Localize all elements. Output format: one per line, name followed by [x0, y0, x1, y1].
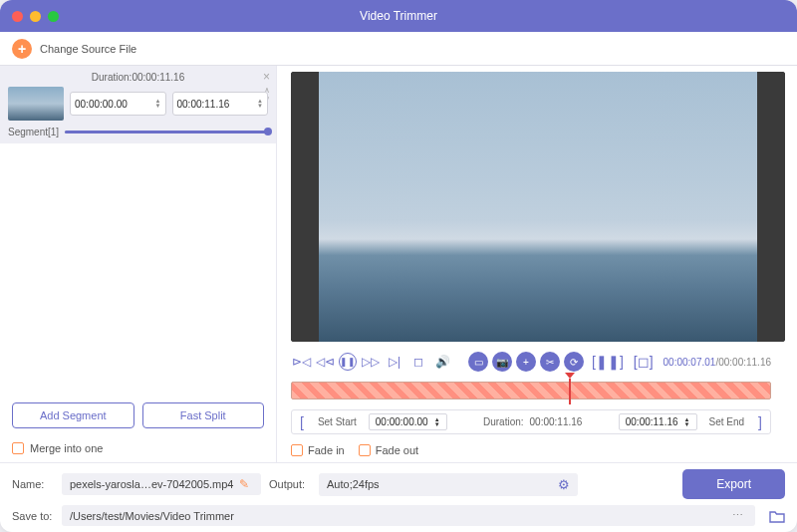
timeline-track[interactable]: [291, 382, 771, 399]
trim-controls: [ Set Start 00:00:00.00 ▲▼ Duration:00:0…: [291, 409, 771, 434]
output-format-field[interactable]: Auto;24fps ⚙: [319, 473, 578, 496]
playback-controls: ⊳◁ ◁⊲ ❚❚ ▷▷ ▷| ◻ 🔊 ▭ 📷 + ✂ ⟳ [❚❚] [◻] 00…: [277, 348, 785, 376]
export-button[interactable]: Export: [682, 469, 785, 499]
trim-end-input[interactable]: 00:00:11.16 ▲▼: [619, 413, 697, 430]
browse-icon[interactable]: ⋯: [728, 509, 747, 522]
main-area: × ∧∨ Duration:00:00:11.16 00:00:00.00 ▲▼…: [0, 66, 797, 462]
preview-panel: ⊳◁ ◁⊲ ❚❚ ▷▷ ▷| ◻ 🔊 ▭ 📷 + ✂ ⟳ [❚❚] [◻] 00…: [277, 66, 797, 462]
fade-out-checkbox[interactable]: [359, 444, 371, 456]
save-path-field[interactable]: /Users/test/Movies/Video Trimmer ⋯: [62, 505, 755, 526]
mark-in-icon[interactable]: [❚❚]: [592, 354, 624, 370]
playhead-icon[interactable]: [569, 379, 571, 404]
save-to-label: Save to:: [12, 510, 54, 522]
fast-split-button[interactable]: Fast Split: [142, 402, 265, 428]
pause-icon[interactable]: ❚❚: [339, 353, 357, 371]
segment-name: Segment[1]: [8, 127, 59, 137]
stepper-icon[interactable]: ▲▼: [155, 99, 161, 109]
output-label: Output:: [269, 478, 311, 490]
stop-icon[interactable]: ◻: [408, 352, 428, 372]
next-frame-icon[interactable]: ▷|: [385, 352, 404, 372]
add-segment-button[interactable]: Add Segment: [12, 402, 134, 428]
app-window: Video Trimmer + Change Source File × ∧∨ …: [0, 0, 797, 532]
trim-duration-value: 00:00:11.16: [530, 416, 583, 427]
snapshot-icon[interactable]: 📷: [492, 352, 512, 372]
titlebar: Video Trimmer: [0, 0, 797, 32]
close-icon[interactable]: ×: [263, 70, 270, 84]
time-display: 00:00:07.01/00:00:11.16: [664, 357, 771, 368]
segments-panel: × ∧∨ Duration:00:00:11.16 00:00:00.00 ▲▼…: [0, 66, 277, 462]
app-title: Video Trimmer: [360, 9, 437, 23]
segment-range-slider[interactable]: [65, 131, 268, 133]
bracket-open-icon: [: [298, 414, 306, 430]
fade-in-checkbox[interactable]: [291, 444, 303, 456]
bracket-close-icon: ]: [756, 414, 764, 430]
top-toolbar: + Change Source File: [0, 32, 797, 66]
merge-label: Merge into one: [30, 442, 103, 454]
segment-duration-label: Duration:: [92, 72, 133, 83]
aspect-ratio-icon[interactable]: ▭: [468, 352, 488, 372]
step-back-icon[interactable]: ◁⊲: [315, 352, 335, 372]
add-icon[interactable]: +: [516, 352, 536, 372]
fade-options: Fade in Fade out: [277, 438, 785, 462]
segment-thumbnail: [8, 87, 64, 121]
merge-checkbox[interactable]: [12, 442, 24, 454]
set-start-button[interactable]: Set Start: [312, 414, 363, 429]
volume-icon[interactable]: 🔊: [432, 352, 452, 372]
set-end-button[interactable]: Set End: [703, 414, 751, 429]
window-controls: [12, 11, 59, 22]
step-forward-icon[interactable]: ▷▷: [361, 352, 381, 372]
stepper-icon[interactable]: ▲▼: [434, 417, 440, 427]
video-preview[interactable]: [291, 72, 785, 342]
segment-start-input[interactable]: 00:00:00.00 ▲▼: [70, 92, 166, 116]
stepper-icon[interactable]: ▲▼: [684, 417, 690, 427]
filename-field[interactable]: pexels-yarosla…ev-7042005.mp4 ✎: [62, 473, 261, 495]
trim-start-input[interactable]: 00:00:00.00 ▲▼: [369, 413, 447, 430]
rotate-icon[interactable]: ⟳: [564, 352, 584, 372]
name-label: Name:: [12, 478, 54, 490]
fade-in-label: Fade in: [308, 444, 345, 456]
segment-duration-value: 00:00:11.16: [132, 72, 184, 83]
cut-icon[interactable]: ✂: [540, 352, 560, 372]
segment-list-empty: [0, 143, 276, 393]
prev-segment-icon[interactable]: ⊳◁: [291, 352, 311, 372]
close-window-button[interactable]: [12, 11, 23, 22]
gear-icon[interactable]: ⚙: [558, 477, 570, 492]
bottom-bar: Name: pexels-yarosla…ev-7042005.mp4 ✎ Ou…: [0, 462, 797, 532]
zoom-window-button[interactable]: [48, 11, 59, 22]
trim-duration-label: Duration:: [483, 416, 524, 427]
segment-item[interactable]: × ∧∨ Duration:00:00:11.16 00:00:00.00 ▲▼…: [0, 66, 276, 143]
pencil-icon[interactable]: ✎: [239, 477, 249, 491]
change-source-icon[interactable]: +: [12, 39, 32, 59]
stepper-icon[interactable]: ▲▼: [257, 99, 263, 109]
minimize-window-button[interactable]: [30, 11, 41, 22]
open-folder-icon[interactable]: [769, 509, 785, 523]
segment-end-input[interactable]: 00:00:11.16 ▲▼: [172, 92, 269, 116]
fade-out-label: Fade out: [376, 444, 418, 456]
mark-out-icon[interactable]: [◻]: [634, 354, 654, 370]
change-source-label[interactable]: Change Source File: [40, 43, 136, 55]
